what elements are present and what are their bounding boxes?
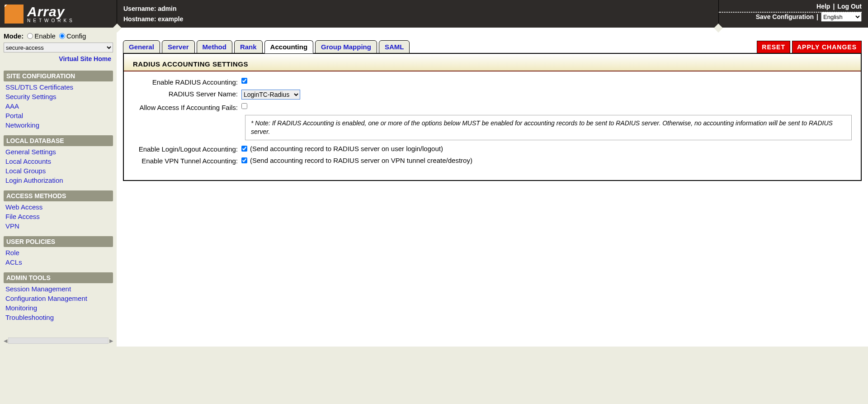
brand-logo-text: Array NETWORKS (27, 5, 75, 23)
brand-logo-block: Array NETWORKS (0, 0, 117, 28)
section-header: USER POLICIES (4, 236, 113, 247)
tab-method[interactable]: Method (197, 40, 232, 53)
panel-title: RADIUS ACCOUNTING SETTINGS (124, 54, 861, 71)
username-label: Username: (123, 5, 156, 12)
nav-link[interactable]: File Access (4, 212, 113, 221)
mode-row: Mode: Enable Config (4, 30, 113, 43)
logout-link[interactable]: Log Out (837, 3, 862, 10)
tab-server[interactable]: Server (162, 40, 195, 53)
checkbox-allow-fail[interactable] (241, 103, 247, 109)
scroll-right-icon[interactable]: ▶ (109, 338, 113, 344)
mode-config-radio[interactable]: Config (59, 32, 86, 40)
row-enable-accounting: Enable RADIUS Accounting: (133, 76, 852, 88)
nav-link[interactable]: Security Settings (4, 92, 113, 101)
nav-link[interactable]: Networking (4, 120, 113, 130)
nav-link[interactable]: Web Access (4, 202, 113, 212)
row-login-logout: Enable Login/Logout Accounting: (Send ac… (133, 143, 852, 155)
tab-rank[interactable]: Rank (234, 40, 263, 53)
tab-accounting[interactable]: Accounting (264, 40, 314, 53)
label-vpn-tunnel: Enable VPN Tunnel Accounting: (133, 157, 241, 165)
scroll-left-icon[interactable]: ◀ (4, 338, 7, 344)
sidebar: Mode: Enable Config secure-access Virtua… (0, 28, 117, 347)
row-server-name: RADIUS Server Name: LoginTC-Radius (133, 88, 852, 101)
checkbox-vpn-tunnel[interactable] (241, 157, 247, 163)
virtual-site-home-link[interactable]: Virtual Site Home (4, 52, 113, 67)
nav-link[interactable]: Role (4, 248, 113, 257)
section-header: SITE CONFIGURATION (4, 71, 113, 81)
nav-link[interactable]: Local Groups (4, 166, 113, 176)
nav-link[interactable]: Troubleshooting (4, 313, 113, 322)
username-value: admin (158, 5, 176, 12)
session-info: Username: admin Hostname: example (117, 0, 719, 28)
nav-link[interactable]: SSL/DTLS Certificates (4, 82, 113, 92)
apply-changes-button[interactable]: APPLY CHANGES (792, 41, 862, 53)
mode-label: Mode: (4, 32, 24, 40)
mode-enable-radio[interactable]: Enable (27, 32, 56, 40)
section-header: LOCAL DATABASE (4, 135, 113, 146)
settings-panel: RADIUS ACCOUNTING SETTINGS Enable RADIUS… (123, 53, 862, 181)
top-header: Array NETWORKS Username: admin Hostname:… (0, 0, 868, 28)
brand-name: Array (27, 5, 75, 19)
save-config-link[interactable]: Save Configuration (756, 13, 814, 20)
nav-link[interactable]: Login Authorization (4, 176, 113, 185)
select-server-name[interactable]: LoginTC-Radius (241, 90, 300, 100)
section-header: ACCESS METHODS (4, 190, 113, 201)
note-box: * Note: If RADIUS Accounting is enabled,… (245, 115, 852, 140)
header-actions: Help | Log Out Save Configuration | Engl… (719, 0, 868, 28)
nav-link[interactable]: Monitoring (4, 303, 113, 313)
hint-vpn-tunnel: (Send accounting record to RADIUS server… (250, 157, 472, 164)
hostname-label: Hostname: (123, 15, 156, 23)
sidebar-scrollbar[interactable]: ◀ ▶ (4, 337, 113, 344)
hostname-row: Hostname: example (123, 15, 712, 23)
tab-group-mapping[interactable]: Group Mapping (315, 40, 377, 53)
hostname-value: example (158, 15, 183, 23)
row-vpn-tunnel: Enable VPN Tunnel Accounting: (Send acco… (133, 155, 852, 166)
nav-link[interactable]: Session Management (4, 284, 113, 294)
nav-link[interactable]: Portal (4, 111, 113, 120)
label-server-name: RADIUS Server Name: (133, 90, 241, 98)
brand-logo-icon (5, 5, 24, 24)
tab-general[interactable]: General (123, 40, 160, 53)
nav-link[interactable]: VPN (4, 221, 113, 231)
section-header: ADMIN TOOLS (4, 272, 113, 283)
username-row: Username: admin (123, 5, 712, 12)
brand-subname: NETWORKS (27, 19, 75, 23)
label-allow-fail: Allow Access If Accounting Fails: (133, 103, 241, 111)
row-allow-fail: Allow Access If Accounting Fails: (133, 101, 852, 113)
nav-link[interactable]: Local Accounts (4, 157, 113, 166)
tab-saml[interactable]: SAML (379, 40, 410, 53)
checkbox-login-logout[interactable] (241, 146, 247, 152)
main-content: GeneralServerMethodRankAccountingGroup M… (117, 28, 868, 347)
nav-link[interactable]: General Settings (4, 147, 113, 157)
nav-link[interactable]: AAA (4, 101, 113, 111)
language-select[interactable]: English (821, 12, 862, 22)
label-login-logout: Enable Login/Logout Accounting: (133, 145, 241, 153)
hint-login-logout: (Send accounting record to RADIUS server… (250, 145, 443, 152)
label-enable-accounting: Enable RADIUS Accounting: (133, 78, 241, 86)
help-link[interactable]: Help (816, 3, 830, 10)
reset-button[interactable]: RESET (757, 41, 790, 53)
site-select[interactable]: secure-access (4, 43, 113, 52)
nav-link[interactable]: Configuration Management (4, 294, 113, 303)
tabs-row: GeneralServerMethodRankAccountingGroup M… (123, 40, 862, 53)
nav-link[interactable]: ACLs (4, 257, 113, 267)
checkbox-enable-accounting[interactable] (241, 78, 247, 84)
